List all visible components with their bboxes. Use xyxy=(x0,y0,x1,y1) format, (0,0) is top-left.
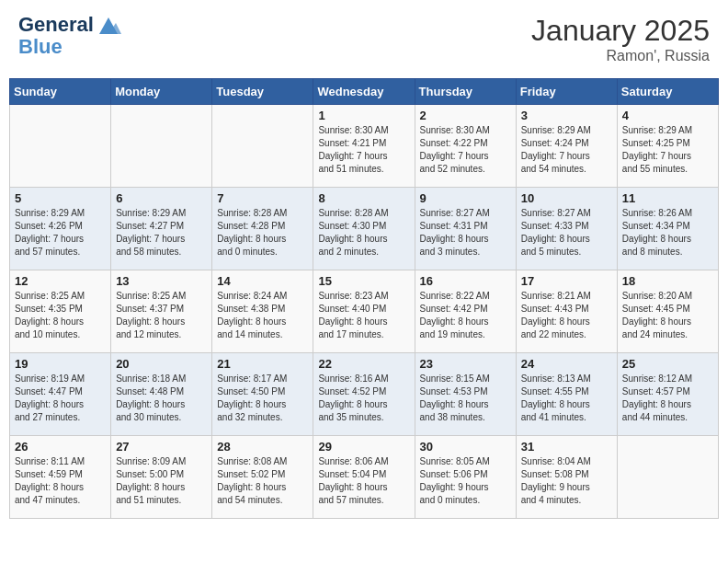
day-details: Sunrise: 8:29 AM Sunset: 4:25 PM Dayligh… xyxy=(622,124,713,176)
day-details: Sunrise: 8:25 AM Sunset: 4:35 PM Dayligh… xyxy=(15,290,106,341)
day-number: 2 xyxy=(420,109,511,122)
calendar-cell: 25Sunrise: 8:12 AM Sunset: 4:57 PM Dayli… xyxy=(617,353,718,436)
logo: General Blue xyxy=(18,14,121,58)
day-details: Sunrise: 8:27 AM Sunset: 4:33 PM Dayligh… xyxy=(521,207,612,259)
day-number: 16 xyxy=(420,274,511,288)
day-details: Sunrise: 8:17 AM Sunset: 4:50 PM Dayligh… xyxy=(217,373,308,424)
calendar-cell: 22Sunrise: 8:16 AM Sunset: 4:52 PM Dayli… xyxy=(313,353,415,436)
day-number: 7 xyxy=(217,191,308,205)
calendar-cell: 4Sunrise: 8:29 AM Sunset: 4:25 PM Daylig… xyxy=(617,105,718,188)
calendar-cell: 1Sunrise: 8:30 AM Sunset: 4:21 PM Daylig… xyxy=(313,105,415,188)
day-number: 19 xyxy=(15,357,106,371)
calendar-cell: 29Sunrise: 8:06 AM Sunset: 5:04 PM Dayli… xyxy=(313,436,415,519)
day-number: 14 xyxy=(217,274,308,288)
calendar-body: 1Sunrise: 8:30 AM Sunset: 4:21 PM Daylig… xyxy=(10,105,719,519)
day-number: 10 xyxy=(521,191,612,205)
weekday-header-tuesday: Tuesday xyxy=(212,79,313,105)
logo-icon xyxy=(96,16,121,36)
calendar-cell: 31Sunrise: 8:04 AM Sunset: 5:08 PM Dayli… xyxy=(516,436,617,519)
calendar-cell: 23Sunrise: 8:15 AM Sunset: 4:53 PM Dayli… xyxy=(415,353,516,436)
location-subtitle: Ramon', Russia xyxy=(531,48,710,64)
day-details: Sunrise: 8:20 AM Sunset: 4:45 PM Dayligh… xyxy=(622,290,713,341)
day-details: Sunrise: 8:29 AM Sunset: 4:27 PM Dayligh… xyxy=(116,207,207,259)
calendar-cell: 18Sunrise: 8:20 AM Sunset: 4:45 PM Dayli… xyxy=(617,270,718,353)
day-details: Sunrise: 8:24 AM Sunset: 4:38 PM Dayligh… xyxy=(217,290,308,341)
logo-blue: Blue xyxy=(18,36,121,58)
calendar-cell: 11Sunrise: 8:26 AM Sunset: 4:34 PM Dayli… xyxy=(617,188,718,270)
day-details: Sunrise: 8:26 AM Sunset: 4:34 PM Dayligh… xyxy=(622,207,713,259)
day-number: 15 xyxy=(318,274,409,288)
day-details: Sunrise: 8:09 AM Sunset: 5:00 PM Dayligh… xyxy=(116,455,207,507)
calendar-cell: 10Sunrise: 8:27 AM Sunset: 4:33 PM Dayli… xyxy=(516,188,617,270)
calendar-week-1: 1Sunrise: 8:30 AM Sunset: 4:21 PM Daylig… xyxy=(10,105,719,188)
day-details: Sunrise: 8:29 AM Sunset: 4:24 PM Dayligh… xyxy=(521,124,612,176)
day-number: 20 xyxy=(116,357,207,371)
calendar-cell: 30Sunrise: 8:05 AM Sunset: 5:06 PM Dayli… xyxy=(415,436,516,519)
day-details: Sunrise: 8:25 AM Sunset: 4:37 PM Dayligh… xyxy=(116,290,207,341)
month-title: January 2025 xyxy=(531,14,710,48)
calendar-week-4: 19Sunrise: 8:19 AM Sunset: 4:47 PM Dayli… xyxy=(10,353,719,436)
day-number: 13 xyxy=(116,274,207,288)
day-details: Sunrise: 8:04 AM Sunset: 5:08 PM Dayligh… xyxy=(521,455,612,507)
title-block: January 2025 Ramon', Russia xyxy=(531,14,710,64)
calendar-cell: 3Sunrise: 8:29 AM Sunset: 4:24 PM Daylig… xyxy=(516,105,617,188)
calendar-week-5: 26Sunrise: 8:11 AM Sunset: 4:59 PM Dayli… xyxy=(10,436,719,519)
calendar-cell: 21Sunrise: 8:17 AM Sunset: 4:50 PM Dayli… xyxy=(212,353,313,436)
calendar-cell: 12Sunrise: 8:25 AM Sunset: 4:35 PM Dayli… xyxy=(10,270,111,353)
calendar-cell: 7Sunrise: 8:28 AM Sunset: 4:28 PM Daylig… xyxy=(212,188,313,270)
day-number: 8 xyxy=(318,191,409,205)
calendar-cell: 20Sunrise: 8:18 AM Sunset: 4:48 PM Dayli… xyxy=(111,353,212,436)
calendar-cell: 28Sunrise: 8:08 AM Sunset: 5:02 PM Dayli… xyxy=(212,436,313,519)
day-details: Sunrise: 8:21 AM Sunset: 4:43 PM Dayligh… xyxy=(521,290,612,341)
day-details: Sunrise: 8:12 AM Sunset: 4:57 PM Dayligh… xyxy=(622,373,713,424)
weekday-header-monday: Monday xyxy=(111,79,212,105)
day-details: Sunrise: 8:27 AM Sunset: 4:31 PM Dayligh… xyxy=(420,207,511,259)
weekday-header-thursday: Thursday xyxy=(415,79,516,105)
calendar-cell: 17Sunrise: 8:21 AM Sunset: 4:43 PM Dayli… xyxy=(516,270,617,353)
calendar-cell: 24Sunrise: 8:13 AM Sunset: 4:55 PM Dayli… xyxy=(516,353,617,436)
calendar-week-2: 5Sunrise: 8:29 AM Sunset: 4:26 PM Daylig… xyxy=(10,188,719,270)
day-number: 31 xyxy=(521,440,612,454)
day-details: Sunrise: 8:22 AM Sunset: 4:42 PM Dayligh… xyxy=(420,290,511,341)
calendar-header: SundayMondayTuesdayWednesdayThursdayFrid… xyxy=(10,79,719,105)
weekday-header-friday: Friday xyxy=(516,79,617,105)
weekday-header-sunday: Sunday xyxy=(10,79,111,105)
calendar-cell: 6Sunrise: 8:29 AM Sunset: 4:27 PM Daylig… xyxy=(111,188,212,270)
calendar-cell xyxy=(617,436,718,519)
day-number: 9 xyxy=(420,191,511,205)
day-number: 28 xyxy=(217,440,308,454)
calendar-cell xyxy=(10,105,111,188)
day-number: 1 xyxy=(318,109,409,122)
day-number: 26 xyxy=(15,440,106,454)
day-details: Sunrise: 8:06 AM Sunset: 5:04 PM Dayligh… xyxy=(318,455,409,507)
day-details: Sunrise: 8:30 AM Sunset: 4:21 PM Dayligh… xyxy=(318,124,409,176)
day-number: 30 xyxy=(420,440,511,454)
day-number: 18 xyxy=(622,274,713,288)
day-details: Sunrise: 8:28 AM Sunset: 4:28 PM Dayligh… xyxy=(217,207,308,259)
calendar-cell xyxy=(212,105,313,188)
day-details: Sunrise: 8:19 AM Sunset: 4:47 PM Dayligh… xyxy=(15,373,106,424)
day-details: Sunrise: 8:13 AM Sunset: 4:55 PM Dayligh… xyxy=(521,373,612,424)
calendar-cell: 8Sunrise: 8:28 AM Sunset: 4:30 PM Daylig… xyxy=(313,188,415,270)
day-number: 23 xyxy=(420,357,511,371)
day-number: 5 xyxy=(15,191,106,205)
day-number: 21 xyxy=(217,357,308,371)
day-number: 29 xyxy=(318,440,409,454)
day-number: 17 xyxy=(521,274,612,288)
calendar-cell: 15Sunrise: 8:23 AM Sunset: 4:40 PM Dayli… xyxy=(313,270,415,353)
day-number: 6 xyxy=(116,191,207,205)
calendar-cell: 19Sunrise: 8:19 AM Sunset: 4:47 PM Dayli… xyxy=(10,353,111,436)
day-details: Sunrise: 8:15 AM Sunset: 4:53 PM Dayligh… xyxy=(420,373,511,424)
day-number: 4 xyxy=(622,109,713,122)
calendar-cell: 14Sunrise: 8:24 AM Sunset: 4:38 PM Dayli… xyxy=(212,270,313,353)
calendar-cell: 13Sunrise: 8:25 AM Sunset: 4:37 PM Dayli… xyxy=(111,270,212,353)
weekday-header-saturday: Saturday xyxy=(617,79,718,105)
day-details: Sunrise: 8:05 AM Sunset: 5:06 PM Dayligh… xyxy=(420,455,511,507)
calendar-cell: 16Sunrise: 8:22 AM Sunset: 4:42 PM Dayli… xyxy=(415,270,516,353)
weekday-header-wednesday: Wednesday xyxy=(313,79,415,105)
day-number: 11 xyxy=(622,191,713,205)
calendar-cell: 27Sunrise: 8:09 AM Sunset: 5:00 PM Dayli… xyxy=(111,436,212,519)
calendar-table: SundayMondayTuesdayWednesdayThursdayFrid… xyxy=(9,78,719,519)
calendar-cell: 2Sunrise: 8:30 AM Sunset: 4:22 PM Daylig… xyxy=(415,105,516,188)
day-details: Sunrise: 8:16 AM Sunset: 4:52 PM Dayligh… xyxy=(318,373,409,424)
